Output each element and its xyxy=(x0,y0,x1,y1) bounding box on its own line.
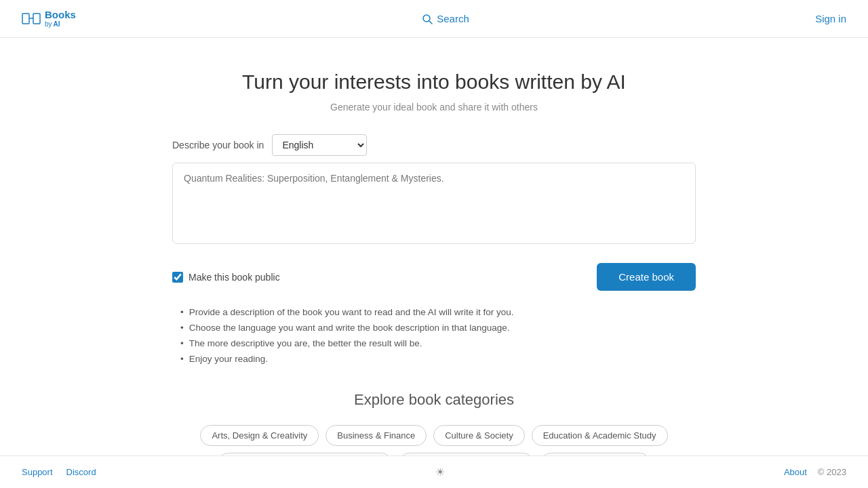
svg-rect-0 xyxy=(22,14,29,24)
discord-link[interactable]: Discord xyxy=(66,467,96,477)
tip-1: Provide a description of the book you wa… xyxy=(180,307,696,317)
tip-3: The more descriptive you are, the better… xyxy=(180,338,696,348)
search-label: Search xyxy=(437,13,469,24)
category-tag[interactable]: Arts, Design & Creativity xyxy=(200,425,319,446)
hero-subtitle: Generate your ideal book and share it wi… xyxy=(172,102,696,113)
search-icon xyxy=(422,14,433,24)
category-tag[interactable]: Culture & Society xyxy=(433,425,524,446)
book-form: Describe your book in English Spanish Fr… xyxy=(172,134,696,247)
footer-left: Support Discord xyxy=(22,467,96,477)
theme-toggle[interactable]: ☀ xyxy=(435,466,445,479)
signin-button[interactable]: Sign in xyxy=(815,13,846,24)
tip-4: Enjoy your reading. xyxy=(180,354,696,364)
support-link[interactable]: Support xyxy=(22,467,53,477)
public-checkbox[interactable] xyxy=(172,272,183,283)
book-description-textarea[interactable] xyxy=(172,163,696,244)
public-label: Make this book public xyxy=(189,272,280,283)
header: Books by AI Search Sign in xyxy=(0,0,868,38)
svg-line-4 xyxy=(429,21,432,24)
hero-title: Turn your interests into books written b… xyxy=(172,70,696,94)
actions-row: Make this book public Create book xyxy=(172,263,696,291)
logo-icon xyxy=(22,12,41,26)
tips-list: Provide a description of the book you wa… xyxy=(180,307,696,364)
category-tag[interactable]: Education & Academic Study xyxy=(532,425,668,446)
footer-right: About © 2023 xyxy=(784,467,846,477)
main-content: Turn your interests into books written b… xyxy=(156,38,712,488)
logo-byai: by AI xyxy=(45,20,76,28)
category-tag[interactable]: Business & Finance xyxy=(326,425,427,446)
lang-label: Describe your book in xyxy=(172,140,264,150)
footer: Support Discord ☀ About © 2023 xyxy=(0,455,868,488)
search-nav[interactable]: Search xyxy=(422,13,469,24)
categories-title: Explore book categories xyxy=(172,391,696,409)
create-book-button[interactable]: Create book xyxy=(597,263,696,291)
copyright: © 2023 xyxy=(818,467,846,477)
logo[interactable]: Books by AI xyxy=(22,9,76,28)
language-select[interactable]: English Spanish French German Portuguese… xyxy=(272,134,367,156)
tip-2: Choose the language you want and write t… xyxy=(180,323,696,333)
logo-books: Books xyxy=(45,9,76,21)
public-checkbox-label[interactable]: Make this book public xyxy=(172,272,280,283)
svg-rect-1 xyxy=(33,14,40,24)
language-row: Describe your book in English Spanish Fr… xyxy=(172,134,696,156)
about-link[interactable]: About xyxy=(784,467,807,477)
